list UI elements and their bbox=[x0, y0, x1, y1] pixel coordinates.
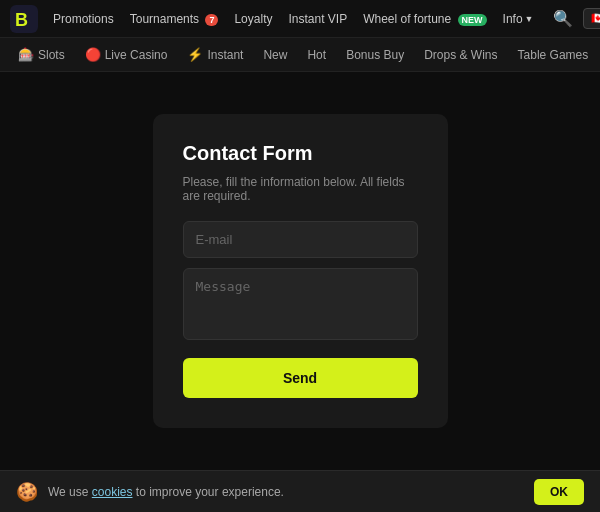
send-button[interactable]: Send bbox=[183, 358, 418, 398]
nav-promotions[interactable]: Promotions bbox=[46, 8, 121, 30]
second-navigation: 🎰 Slots 🔴 Live Casino ⚡ Instant New Hot … bbox=[0, 38, 600, 72]
nav-bonus-buy[interactable]: Bonus Buy bbox=[336, 44, 414, 66]
instant-icon: ⚡ bbox=[187, 47, 203, 62]
search-button[interactable]: 🔍 bbox=[545, 5, 581, 32]
cookie-ok-button[interactable]: OK bbox=[534, 479, 584, 505]
contact-form-subtitle: Please, fill the information below. All … bbox=[183, 175, 418, 203]
tournaments-badge: 7 bbox=[205, 14, 218, 26]
live-icon: 🔴 bbox=[85, 47, 101, 62]
top-navigation: B Promotions Tournaments 7 Loyalty Insta… bbox=[0, 0, 600, 38]
email-input[interactable] bbox=[183, 221, 418, 258]
nav-slots[interactable]: 🎰 Slots bbox=[8, 43, 75, 66]
nav-loyalty[interactable]: Loyalty bbox=[227, 8, 279, 30]
cookie-text: We use cookies to improve your experienc… bbox=[48, 485, 524, 499]
chevron-down-icon: ▼ bbox=[525, 14, 534, 24]
nav-instant-vip[interactable]: Instant VIP bbox=[281, 8, 354, 30]
flag-icon: 🇨🇦 bbox=[591, 12, 600, 25]
nav-hot[interactable]: Hot bbox=[297, 44, 336, 66]
language-selector[interactable]: 🇨🇦 CA ▼ bbox=[583, 8, 600, 29]
nav-live-casino[interactable]: 🔴 Live Casino bbox=[75, 43, 178, 66]
nav-wheel-of-fortune[interactable]: Wheel of fortune NEW bbox=[356, 8, 493, 30]
contact-form-title: Contact Form bbox=[183, 142, 418, 165]
svg-text:B: B bbox=[15, 10, 28, 30]
wheel-badge: NEW bbox=[458, 14, 487, 26]
nav-tournaments[interactable]: Tournaments 7 bbox=[123, 8, 226, 30]
message-input[interactable] bbox=[183, 268, 418, 340]
brand-logo[interactable]: B bbox=[10, 5, 38, 33]
nav-info[interactable]: Info ▼ bbox=[496, 8, 541, 30]
cookie-icon: 🍪 bbox=[16, 481, 38, 503]
main-content: Contact Form Please, fill the informatio… bbox=[0, 72, 600, 470]
cookie-consent-bar: 🍪 We use cookies to improve your experie… bbox=[0, 470, 600, 512]
cookie-link[interactable]: cookies bbox=[92, 485, 133, 499]
contact-form-card: Contact Form Please, fill the informatio… bbox=[153, 114, 448, 428]
nav-table-games[interactable]: Table Games bbox=[508, 44, 599, 66]
nav-instant[interactable]: ⚡ Instant bbox=[177, 43, 253, 66]
nav-drops-wins[interactable]: Drops & Wins bbox=[414, 44, 507, 66]
slots-icon: 🎰 bbox=[18, 47, 34, 62]
nav-new[interactable]: New bbox=[253, 44, 297, 66]
